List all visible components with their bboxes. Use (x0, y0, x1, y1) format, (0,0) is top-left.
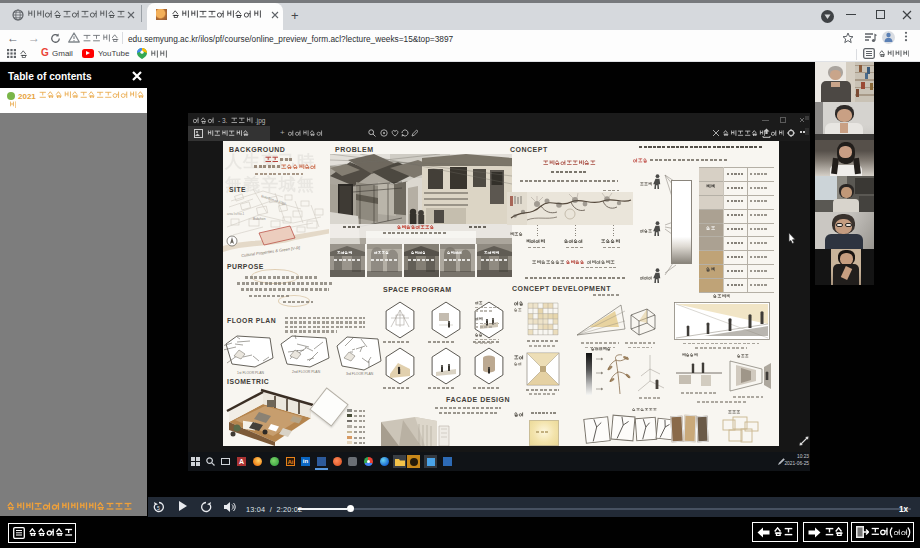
svg-text:Bukchon: Bukchon (253, 217, 266, 221)
svg-text:Bukchon-ro 10gil: Bukchon-ro 10gil (261, 194, 287, 206)
svg-text:5: 5 (157, 505, 160, 511)
svg-text:area list no.1: area list no.1 (227, 212, 245, 216)
